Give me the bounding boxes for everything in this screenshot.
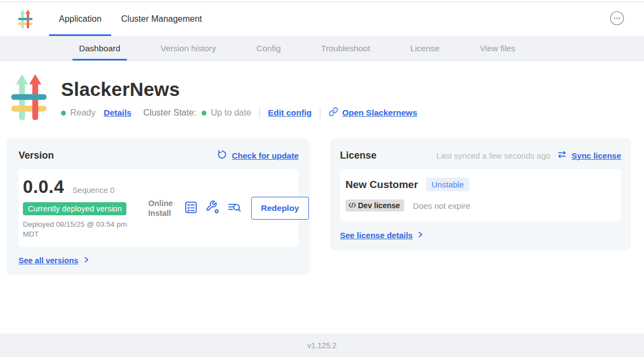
- cluster-state-value: Up to date: [211, 108, 251, 118]
- dashboard-content: SlackerNews Ready Details Cluster State:…: [0, 61, 644, 334]
- redeploy-button[interactable]: Redeploy: [251, 197, 309, 220]
- subnav-tab-config[interactable]: Config: [250, 36, 288, 60]
- version-card-title: Version: [19, 150, 54, 161]
- license-type-label: Dev license: [358, 201, 400, 210]
- refresh-icon: [217, 149, 227, 161]
- edit-config-link[interactable]: Edit config: [268, 108, 312, 118]
- code-icon: [348, 201, 356, 210]
- cluster-state-dot: [202, 111, 206, 116]
- page-title: SlackerNews: [61, 78, 417, 100]
- license-expiration: Does not expire: [413, 201, 470, 210]
- app-status-dot: [61, 111, 66, 116]
- console-footer: v1.125.2: [0, 334, 644, 357]
- cluster-state-label: Cluster State:: [143, 108, 196, 118]
- see-all-versions-link[interactable]: See all versions: [19, 256, 89, 265]
- license-type-badge: Dev license: [345, 199, 404, 211]
- version-card-header: Version Check for update: [19, 149, 299, 161]
- subnav-tab-view-files-label: View files: [480, 44, 515, 53]
- subnav-tab-troubleshoot-label: Troubleshoot: [321, 44, 370, 53]
- chevron-right-icon: [417, 231, 423, 240]
- tab-cluster-management[interactable]: Cluster Management: [111, 2, 212, 36]
- subnav-tab-license-label: License: [410, 44, 439, 53]
- subnav-tab-dashboard[interactable]: Dashboard: [72, 36, 127, 60]
- preflight-checks-button[interactable]: [184, 200, 198, 216]
- version-card: Version Check for update 0.0.4 Sequ: [7, 138, 309, 275]
- status-details-link[interactable]: Details: [104, 108, 131, 118]
- sequence-label: Sequence 0: [72, 186, 114, 195]
- logs-search-icon: [227, 200, 242, 216]
- version-info: 0.0.4 Sequence 0 Currently deployed vers…: [23, 177, 142, 239]
- last-synced-text: Last synced a few seconds ago: [436, 151, 550, 160]
- deployed-timestamp: Deployed 08/15/25 @ 03:54 pm MDT: [23, 220, 135, 239]
- top-navigation-bar: Application Cluster Management: [0, 2, 644, 36]
- link-chain-icon: [329, 107, 338, 119]
- app-header: SlackerNews Ready Details Cluster State:…: [0, 61, 644, 122]
- replicated-logo-icon: [18, 9, 33, 31]
- deployed-status-badge: Currently deployed version: [23, 202, 126, 215]
- subnav-tab-dashboard-label: Dashboard: [79, 44, 120, 53]
- app-status-row: Ready Details Cluster State: Up to date …: [61, 107, 417, 119]
- more-menu-button[interactable]: [610, 12, 624, 27]
- tab-application[interactable]: Application: [49, 2, 111, 36]
- version-actions: Online Install: [148, 197, 309, 220]
- install-type-label: Online Install: [148, 198, 177, 218]
- chevron-right-icon: [83, 256, 89, 265]
- console-version: v1.125.2: [307, 341, 337, 350]
- current-version-panel: 0.0.4 Sequence 0 Currently deployed vers…: [19, 169, 299, 247]
- view-deploy-logs-button[interactable]: [227, 200, 242, 216]
- license-card: License Last synced a few seconds ago Sy…: [330, 138, 631, 250]
- check-for-update-label: Check for update: [232, 151, 299, 160]
- see-all-versions-label: See all versions: [19, 256, 78, 265]
- tab-cluster-management-label: Cluster Management: [121, 14, 202, 24]
- sync-arrows-icon: [557, 149, 567, 161]
- open-app-link-label: Open Slackernews: [342, 108, 417, 118]
- subnav-tab-version-history[interactable]: Version history: [154, 36, 223, 60]
- topnav-spacer: [212, 2, 610, 36]
- customer-name: New Customer: [345, 179, 418, 191]
- wrench-gear-icon: [205, 200, 220, 216]
- tab-application-label: Application: [59, 14, 101, 24]
- app-status-text: Ready: [70, 108, 95, 118]
- channel-badge: Unstable: [426, 178, 469, 191]
- ellipsis-icon: [610, 11, 624, 27]
- license-card-header: License Last synced a few seconds ago Sy…: [340, 149, 621, 161]
- top-nav-tabs: Application Cluster Management: [49, 2, 212, 36]
- dashboard-cards: Version Check for update 0.0.4 Sequ: [7, 138, 631, 275]
- see-license-details-label: See license details: [340, 231, 412, 240]
- divider: [320, 107, 320, 118]
- divider: [259, 107, 260, 118]
- open-app-link[interactable]: Open Slackernews: [329, 107, 417, 119]
- subnav-tab-troubleshoot[interactable]: Troubleshoot: [314, 36, 376, 60]
- see-license-details-link[interactable]: See license details: [340, 231, 423, 240]
- edit-config-button[interactable]: [205, 200, 220, 216]
- sync-license-link[interactable]: Sync license: [557, 149, 621, 161]
- app-logo-icon: [11, 73, 47, 122]
- subnav-tab-version-history-label: Version history: [161, 44, 216, 53]
- version-number: 0.0.4: [23, 177, 64, 197]
- checklist-icon: [184, 200, 198, 216]
- subnav-tab-view-files[interactable]: View files: [473, 36, 522, 60]
- sync-license-label: Sync license: [572, 151, 621, 160]
- app-sub-navigation: Dashboard Version history Config Trouble…: [0, 36, 644, 61]
- license-details-panel: New Customer Unstable Dev license: [340, 169, 621, 221]
- subnav-tab-license[interactable]: License: [404, 36, 446, 60]
- subnav-tab-config-label: Config: [257, 44, 281, 53]
- license-card-title: License: [340, 150, 376, 161]
- app-header-text: SlackerNews Ready Details Cluster State:…: [61, 73, 417, 122]
- check-for-update-link[interactable]: Check for update: [217, 149, 299, 161]
